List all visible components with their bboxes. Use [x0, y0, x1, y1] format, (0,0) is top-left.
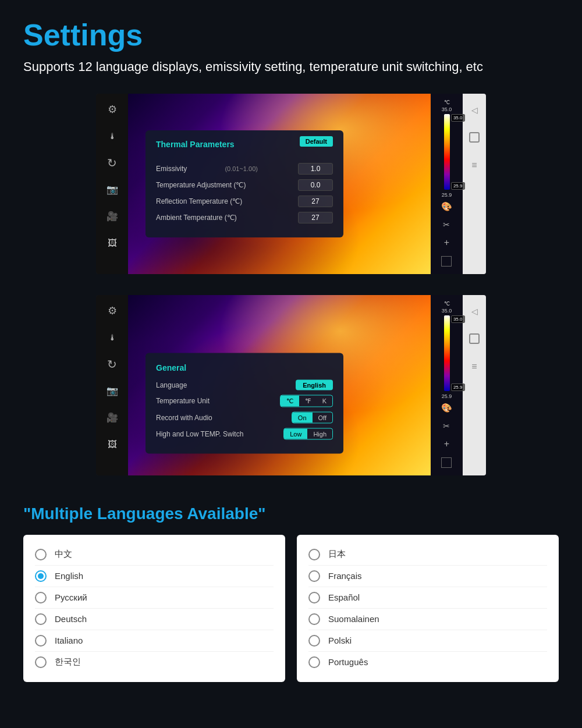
language-row: Language English [156, 379, 333, 390]
temp-max-1: 35.0 [442, 106, 452, 112]
radio-japanese[interactable] [308, 549, 320, 560]
radio-portuguese[interactable] [308, 656, 320, 668]
reflection-temp-row: Reflection Temperature (℃) 27 [156, 196, 333, 207]
general-dialog: General Language English Temperature Uni… [146, 353, 343, 453]
plus-icon-1[interactable]: + [444, 237, 449, 248]
refresh-icon-2[interactable]: ↻ [105, 357, 120, 372]
kelvin-btn[interactable]: K [317, 395, 332, 406]
lang-item-french[interactable]: Français [308, 566, 547, 587]
screen2: ⚙ 🌡 ↻ 📷 🎥 🖼 General Language [96, 295, 486, 475]
ambient-temp-row: Ambient Temperature (℃) 27 [156, 212, 333, 223]
radio-spanish[interactable] [308, 592, 320, 603]
radio-italian[interactable] [35, 635, 47, 647]
temp-min-1: 25.9 [442, 192, 452, 198]
left-panel-2: ⚙ 🌡 ↻ 📷 🎥 🖼 [96, 295, 128, 475]
refresh-icon[interactable]: ↻ [105, 155, 120, 171]
record-audio-control: On Off [292, 411, 333, 423]
square-btn-2[interactable] [469, 333, 480, 344]
lang-panel-right: 日本 Français Español Suomalainen Polski P… [297, 535, 559, 682]
temp-unit-control: ℃ ℉ K [280, 395, 333, 407]
lang-item-english[interactable]: English [35, 566, 274, 587]
languages-title: "Multiple Languages Available" [23, 505, 559, 523]
scissors-icon-2[interactable]: ✂ [443, 421, 450, 431]
left-panel-1: ⚙ 🌡 ↻ 📷 🎥 🖼 [96, 94, 128, 274]
temp-adj-row: Temperature Adjustment (℃) 0.0 [156, 179, 333, 191]
lang-panel-left: 中文 English Русский Deutsch Italiano [23, 535, 285, 682]
lang-item-russian[interactable]: Русский [35, 587, 274, 609]
radio-polish[interactable] [308, 635, 320, 647]
lang-item-chinese[interactable]: 中文 [35, 544, 274, 566]
languages-section: "Multiple Languages Available" 中文 Englis… [23, 505, 559, 682]
temp-max-badge-2: 35.0 [451, 315, 465, 323]
settings-icon[interactable]: ⚙ [105, 102, 120, 117]
radio-english[interactable] [35, 570, 47, 582]
gallery-icon[interactable]: 🖼 [105, 236, 120, 251]
page-title: Settings [23, 17, 559, 52]
camera-icon[interactable]: 📷 [105, 182, 120, 197]
radio-finnish[interactable] [308, 613, 320, 625]
low-btn[interactable]: Low [284, 428, 307, 439]
dialog-title-2: General [156, 363, 186, 372]
thermal-image-2: General Language English Temperature Uni… [128, 295, 431, 475]
audio-off-btn[interactable]: Off [313, 412, 332, 422]
dialog-title-1: Thermal Parameters [156, 140, 235, 149]
temp-unit-1: ℃ [444, 100, 450, 105]
back-btn-1[interactable]: ◁ [471, 105, 478, 115]
temp-max-badge-1: 35.0 [451, 114, 465, 122]
lang-item-german[interactable]: Deutsch [35, 609, 274, 630]
radio-french[interactable] [308, 570, 320, 582]
palette-icon-1[interactable]: 🎨 [441, 201, 452, 212]
back-btn-2[interactable]: ◁ [471, 307, 478, 316]
default-button-1[interactable]: Default [300, 136, 333, 147]
video-icon-2[interactable]: 🎥 [105, 410, 120, 425]
phone-strip-1: ◁ ≡ [463, 94, 486, 274]
celsius-btn[interactable]: ℃ [281, 395, 299, 406]
square-btn-1[interactable] [469, 132, 480, 143]
screen1: ⚙ 🌡 ↻ 📷 🎥 🖼 Thermal Parameters Default [96, 94, 486, 274]
radio-korean[interactable] [35, 656, 47, 668]
plus-icon-2[interactable]: + [444, 439, 449, 449]
palette-icon-2[interactable]: 🎨 [441, 403, 452, 413]
record-audio-row: Record with Audio On Off [156, 411, 333, 423]
temp-unit-row: Temperature Unit ℃ ℉ K [156, 395, 333, 407]
lang-item-portuguese[interactable]: Português [308, 652, 547, 673]
temp-max-2: 35.0 [442, 308, 452, 314]
fahrenheit-btn[interactable]: ℉ [299, 395, 317, 406]
square-icon-1[interactable] [441, 256, 452, 267]
temp-min-badge-2: 25.9 [451, 383, 465, 391]
settings-icon-2[interactable]: ⚙ [105, 303, 120, 318]
high-btn[interactable]: High [307, 428, 332, 439]
square-icon-2[interactable] [441, 457, 452, 468]
temperature-icon-2[interactable]: 🌡 [105, 330, 120, 345]
temp-unit-2: ℃ [444, 301, 450, 307]
right-panel-2: ℃ 35.0 35.0 25.9 25.9 🎨 ✂ + 🔍 ⚠ AE [431, 295, 463, 475]
temp-min-2: 25.9 [442, 393, 452, 399]
menu-btn-2[interactable]: ≡ [471, 361, 477, 372]
lang-item-japanese[interactable]: 日本 [308, 544, 547, 566]
scissors-icon-1[interactable]: ✂ [443, 220, 450, 229]
radio-russian[interactable] [35, 592, 47, 603]
lang-item-polish[interactable]: Polski [308, 630, 547, 652]
radio-german[interactable] [35, 613, 47, 625]
temp-switch-row: High and Low TEMP. Switch Low High [156, 428, 333, 439]
video-icon[interactable]: 🎥 [105, 209, 120, 224]
temperature-icon[interactable]: 🌡 [105, 129, 120, 144]
lang-item-finnish[interactable]: Suomalainen [308, 609, 547, 630]
emissivity-row: Emissivity (0.01~1.00) 1.0 [156, 163, 333, 175]
phone-strip-2: ◁ ≡ [463, 295, 486, 475]
page-subtitle: Supports 12 language displays, emissivit… [23, 58, 559, 76]
thermal-params-dialog: Thermal Parameters Default Emissivity (0… [146, 130, 343, 237]
lang-item-spanish[interactable]: Español [308, 587, 547, 609]
language-panels: 中文 English Русский Deutsch Italiano [23, 535, 559, 682]
lang-item-korean[interactable]: 한국인 [35, 652, 274, 673]
radio-chinese[interactable] [35, 549, 47, 560]
temp-min-badge-1: 25.9 [451, 182, 465, 190]
gallery-icon-2[interactable]: 🖼 [105, 437, 120, 452]
audio-on-btn[interactable]: On [292, 412, 313, 422]
lang-item-italian[interactable]: Italiano [35, 630, 274, 652]
thermal-image-1: Thermal Parameters Default Emissivity (0… [128, 94, 431, 274]
menu-btn-1[interactable]: ≡ [471, 160, 477, 171]
camera-icon-2[interactable]: 📷 [105, 383, 120, 399]
temp-switch-control: Low High [283, 428, 333, 439]
language-button[interactable]: English [296, 379, 333, 390]
